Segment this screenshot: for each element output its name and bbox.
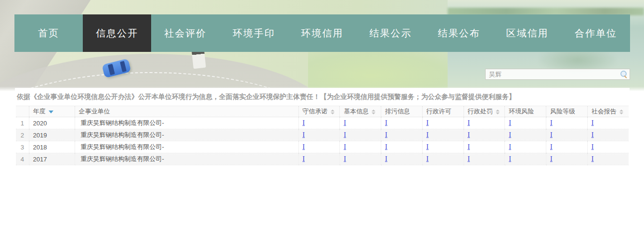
col-index [16,106,29,117]
nav-regional-credit[interactable]: 区域信用 [493,14,562,52]
year-cell: 2017 [29,153,75,165]
col-discharge-info[interactable]: 排污信息 [381,106,423,117]
table-header-row: 年度 企事业单位 守信承诺 基本信息 排污信息 行政许可 行政处罚 环境风险 风… [16,106,629,117]
company-cell: 重庆昊辉钢结构制造有限公司- [75,117,298,129]
search-icon[interactable] [620,71,628,78]
env-risk-link[interactable]: I [509,131,511,138]
discharge-info-link[interactable]: I [385,131,387,138]
page: 首页 信息公开 社会评价 环境手印 环境信用 结果公示 结果公布 区域信用 合作… [0,0,644,234]
admin-penalty-link[interactable]: I [468,119,470,126]
sort-icon [372,110,375,114]
nav-env-handprint[interactable]: 环境手印 [219,14,288,52]
nav-home[interactable]: 首页 [14,14,83,52]
basic-info-link[interactable]: I [344,131,346,138]
discharge-info-link[interactable]: I [385,119,387,126]
row-index: 3 [16,141,29,153]
promise-link[interactable]: I [303,119,305,126]
col-basic-info[interactable]: 基本信息 [340,106,381,117]
env-risk-link[interactable]: I [509,155,511,162]
row-index: 1 [16,117,29,129]
col-year[interactable]: 年度 [29,106,75,117]
nav-result-announcement[interactable]: 结果公布 [425,14,493,52]
records-table: 年度 企事业单位 守信承诺 基本信息 排污信息 行政许可 行政处罚 环境风险 风… [16,106,629,165]
truck-image [192,49,206,69]
nav-partners[interactable]: 合作单位 [562,14,630,52]
sort-icon [331,110,335,114]
main-nav: 首页 信息公开 社会评价 环境手印 环境信用 结果公示 结果公布 区域信用 合作… [14,14,630,52]
discharge-info-link[interactable]: I [385,155,387,162]
table-row: 3 2018 重庆昊辉钢结构制造有限公司- I I I I I I I I [16,141,629,153]
company-cell: 重庆昊辉钢结构制造有限公司- [75,129,298,141]
grass-patch [308,48,467,91]
admin-penalty-link[interactable]: I [468,155,470,162]
year-cell: 2018 [29,141,75,153]
col-admin-penalty[interactable]: 行政处罚 [464,106,505,117]
env-risk-link[interactable]: I [509,143,511,150]
risk-level-link[interactable]: I [550,131,553,138]
admin-penalty-link[interactable]: I [468,131,470,138]
social-report-link[interactable]: I [592,119,594,126]
nav-result-publicity[interactable]: 结果公示 [357,14,425,52]
col-company[interactable]: 企事业单位 [75,106,298,117]
sort-desc-icon [49,111,53,113]
year-cell: 2020 [29,117,75,129]
company-cell: 重庆昊辉钢结构制造有限公司- [75,153,298,165]
company-cell: 重庆昊辉钢结构制造有限公司- [75,141,298,153]
nav-social-evaluation[interactable]: 社会评价 [151,14,219,52]
content-panel: 依据《企业事业单位环境信息公开办法》公开本单位环境行为信息，全面落实企业环境保护… [15,88,630,234]
table-row: 1 2020 重庆昊辉钢结构制造有限公司- I I I I I I I I [16,117,629,129]
admin-permit-link[interactable]: I [426,143,429,150]
admin-penalty-link[interactable]: I [468,143,470,150]
sort-icon [496,110,500,114]
social-report-link[interactable]: I [592,143,594,150]
env-risk-link[interactable]: I [509,119,511,126]
social-report-link[interactable]: I [592,131,594,138]
promise-link[interactable]: I [303,131,305,138]
risk-level-link[interactable]: I [550,143,553,150]
promise-link[interactable]: I [303,143,305,150]
notice-text: 依据《企业事业单位环境信息公开办法》公开本单位环境行为信息，全面落实企业环境保护… [15,88,630,106]
basic-info-link[interactable]: I [344,143,346,150]
col-admin-permit[interactable]: 行政许可 [422,106,464,117]
admin-permit-link[interactable]: I [426,155,429,162]
year-cell: 2019 [29,129,75,141]
row-index: 2 [16,129,29,141]
nav-env-credit[interactable]: 环境信用 [288,14,356,52]
col-env-risk[interactable]: 环境风险 [505,106,546,117]
admin-permit-link[interactable]: I [426,119,429,126]
basic-info-link[interactable]: I [344,119,346,126]
promise-link[interactable]: I [303,155,305,162]
sort-icon [619,110,623,114]
nav-info-disclosure[interactable]: 信息公开 [83,14,151,52]
risk-level-link[interactable]: I [550,155,553,162]
basic-info-link[interactable]: I [344,155,346,162]
admin-permit-link[interactable]: I [426,131,429,138]
col-social-report[interactable]: 社会报告 [587,106,629,117]
discharge-info-link[interactable]: I [385,143,387,150]
search-input[interactable] [485,69,630,80]
col-promise[interactable]: 守信承诺 [298,106,340,117]
table-row: 4 2017 重庆昊辉钢结构制造有限公司- I I I I I I I I [16,153,629,165]
risk-level-link[interactable]: I [550,119,553,126]
col-risk-level[interactable]: 风险等级 [546,106,588,117]
social-report-link[interactable]: I [592,155,594,162]
search-box [485,69,630,80]
table-row: 2 2019 重庆昊辉钢结构制造有限公司- I I I I I I I I [16,129,629,141]
row-index: 4 [16,153,29,165]
